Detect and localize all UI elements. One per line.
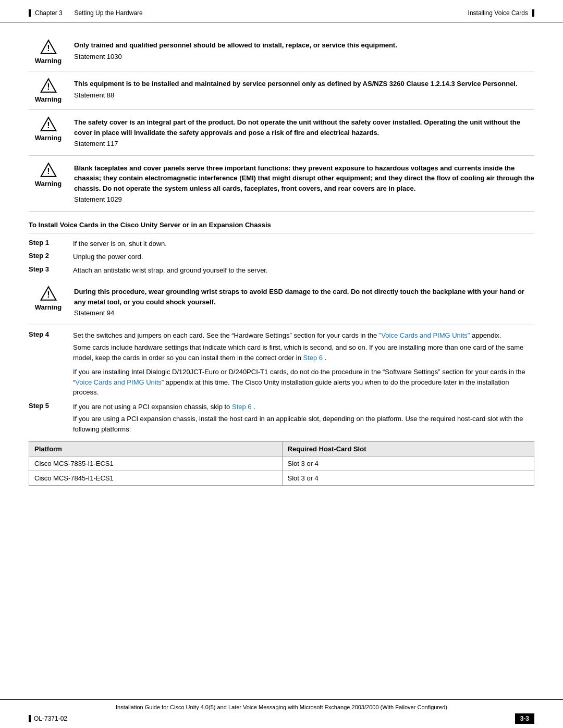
step-4-text: Set the switches and jumpers on each car… xyxy=(73,331,377,339)
table-cell-platform-2: Cisco MCS-7845-I1-ECS1 xyxy=(29,471,283,486)
warning-left-3: ! Warning xyxy=(29,115,68,142)
warning-text-5: During this procedure, wear grounding wr… xyxy=(74,285,534,318)
warning-bold-3: The safety cover is an integral part of … xyxy=(74,118,520,137)
warning-block-1: ! Warning Only trained and qualified per… xyxy=(29,33,534,71)
footer-center-text: Installation Guide for Cisco Unity 4.0(5… xyxy=(29,704,534,710)
header-section-title: Installing Voice Cards xyxy=(468,9,528,17)
step-4-para1: Some cards include hardware settings tha… xyxy=(73,342,534,363)
warning-triangle-icon-4: ! xyxy=(40,162,57,178)
step-4-para1-end: . xyxy=(325,354,327,362)
footer-bottom: OL-7371-02 3-3 xyxy=(29,713,534,724)
warning-label-1: Warning xyxy=(35,57,62,65)
warning-block-3: ! Warning The safety cover is an integra… xyxy=(29,110,534,156)
warning-bold-1: Only trained and qualified personnel sho… xyxy=(74,41,397,49)
warning-statement-1: Statement 1030 xyxy=(74,52,534,62)
warning-statement-4: Statement 1029 xyxy=(74,194,534,205)
warning-bold-2: This equipment is to be installed and ma… xyxy=(74,80,518,88)
step-4-text2: appendix. xyxy=(472,331,501,339)
warning-text-4: Blank faceplates and cover panels serve … xyxy=(74,161,534,205)
page-footer: Installation Guide for Cisco Unity 4.0(5… xyxy=(0,699,563,728)
step-4-link3[interactable]: Voice Cards and PIMG Units xyxy=(75,378,161,386)
step-4-label: Step 4 xyxy=(29,330,68,341)
svg-text:!: ! xyxy=(47,44,50,53)
warning-block-4: ! Warning Blank faceplates and cover pan… xyxy=(29,156,534,212)
step-3-block: Step 3 Attach an antistatic wrist strap,… xyxy=(29,265,534,276)
step-2-block: Step 2 Unplug the power cord. xyxy=(29,252,534,262)
warning-statement-2: Statement 88 xyxy=(74,90,534,101)
step-3-label: Step 3 xyxy=(29,265,68,276)
table-header-platform: Platform xyxy=(29,442,283,456)
step-3-content: Attach an antistatic wrist strap, and gr… xyxy=(73,265,534,276)
warning-left-2: ! Warning xyxy=(29,77,68,103)
warning-triangle-icon-5: ! xyxy=(40,286,57,301)
warning-statement-3: Statement 117 xyxy=(74,139,534,149)
main-content: ! Warning Only trained and qualified per… xyxy=(0,22,563,517)
warning-label-5: Warning xyxy=(35,303,62,311)
step-4-para1-start: Some cards include hardware settings tha… xyxy=(73,343,523,362)
footer-left-bar xyxy=(29,715,31,722)
warning-bold-5: During this procedure, wear grounding wr… xyxy=(74,288,524,306)
step-4-link1[interactable]: "Voice Cards and PIMG Units" xyxy=(379,331,470,339)
warning-bold-4: Blank faceplates and cover panels serve … xyxy=(74,164,534,192)
table-header-row: Platform Required Host-Card Slot xyxy=(29,442,534,456)
table-row: Cisco MCS-7835-I1-ECS1 Slot 3 or 4 xyxy=(29,456,534,471)
warning-block-5: ! Warning During this procedure, wear gr… xyxy=(29,279,534,325)
platform-table: Platform Required Host-Card Slot Cisco M… xyxy=(29,441,534,486)
warning-text-2: This equipment is to be installed and ma… xyxy=(74,77,534,100)
footer-page-number: 3-3 xyxy=(515,713,534,724)
header-chapter: Chapter 3 xyxy=(35,9,63,17)
step-5-para: If you are using a PCI expansion chassis… xyxy=(73,414,534,434)
step-5-label: Step 5 xyxy=(29,402,68,412)
warning-left-4: ! Warning xyxy=(29,161,68,188)
svg-text:!: ! xyxy=(47,290,50,299)
table-cell-slot-1: Slot 3 or 4 xyxy=(282,456,534,471)
step-5-text-start: If you are not using a PCI expansion cha… xyxy=(73,403,230,411)
table-row: Cisco MCS-7845-I1-ECS1 Slot 3 or 4 xyxy=(29,471,534,486)
warning-triangle-icon-3: ! xyxy=(40,116,57,132)
warning-label-4: Warning xyxy=(35,180,62,188)
step-2-content: Unplug the power cord. xyxy=(73,252,534,262)
step-5-block: Step 5 If you are not using a PCI expans… xyxy=(29,402,534,412)
table-header-slot: Required Host-Card Slot xyxy=(282,442,534,456)
section-heading: To Install Voice Cards in the Cisco Unit… xyxy=(29,221,534,233)
svg-text:!: ! xyxy=(47,121,50,130)
warning-triangle-icon-1: ! xyxy=(40,39,57,55)
step-2-label: Step 2 xyxy=(29,252,68,262)
warning-label-2: Warning xyxy=(35,95,62,103)
footer-doc-number: OL-7371-02 xyxy=(34,715,67,722)
step-4-link2[interactable]: Step 6 xyxy=(303,354,323,362)
step-5-content: If you are not using a PCI expansion cha… xyxy=(73,402,534,412)
header-left-bar xyxy=(29,9,31,17)
header-left: Chapter 3 Setting Up the Hardware xyxy=(29,9,143,17)
footer-doc-number-area: OL-7371-02 xyxy=(29,715,67,722)
step-4-block: Step 4 Set the switches and jumpers on e… xyxy=(29,330,534,341)
warning-block-2: ! Warning This equipment is to be instal… xyxy=(29,71,534,110)
header-right: Installing Voice Cards xyxy=(468,9,534,17)
step-4-para2: If you are installing Intel Dialogic D/1… xyxy=(73,367,534,398)
table-cell-slot-2: Slot 3 or 4 xyxy=(282,471,534,486)
warning-label-3: Warning xyxy=(35,134,62,142)
table-cell-platform-1: Cisco MCS-7835-I1-ECS1 xyxy=(29,456,283,471)
warning-text-3: The safety cover is an integral part of … xyxy=(74,115,534,149)
warning-left-5: ! Warning xyxy=(29,285,68,311)
step-1-block: Step 1 If the server is on, shut it down… xyxy=(29,239,534,249)
warning-triangle-icon-2: ! xyxy=(40,78,57,93)
header-right-bar xyxy=(532,9,534,17)
step-5-text-end: . xyxy=(253,403,255,411)
warning-left-1: ! Warning xyxy=(29,38,68,65)
step-1-label: Step 1 xyxy=(29,239,68,249)
header-chapter-title: Setting Up the Hardware xyxy=(74,9,142,17)
step-4-content: Set the switches and jumpers on each car… xyxy=(73,330,534,341)
warning-text-1: Only trained and qualified personnel sho… xyxy=(74,38,534,61)
page-header: Chapter 3 Setting Up the Hardware Instal… xyxy=(0,0,563,22)
svg-text:!: ! xyxy=(47,167,50,176)
warning-statement-5: Statement 94 xyxy=(74,308,534,318)
step-5-link[interactable]: Step 6 xyxy=(232,403,252,411)
step-1-content: If the server is on, shut it down. xyxy=(73,239,534,249)
svg-text:!: ! xyxy=(47,82,50,91)
